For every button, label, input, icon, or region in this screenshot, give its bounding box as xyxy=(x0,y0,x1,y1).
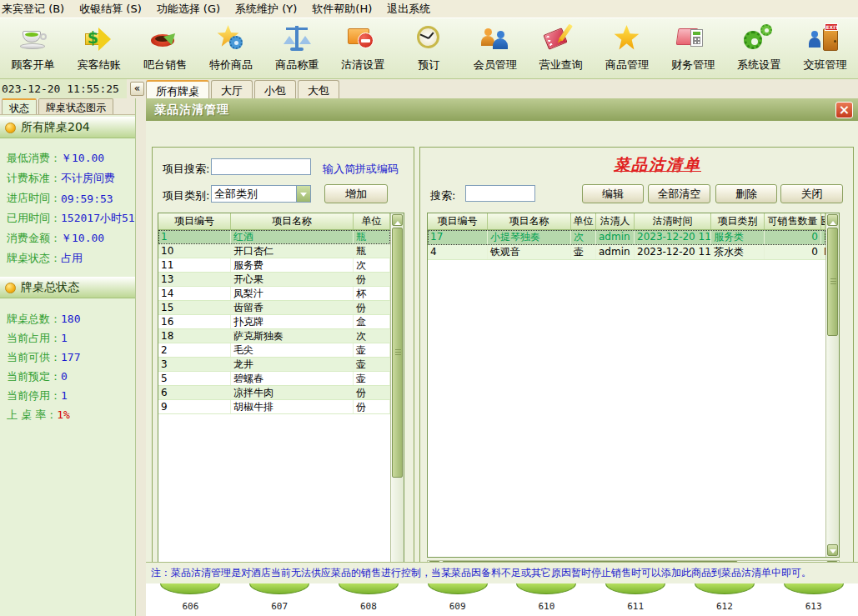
vertical-scrollbar[interactable] xyxy=(825,213,839,557)
toolbar-button[interactable]: 商品称重 xyxy=(264,18,330,78)
column-header[interactable]: 沽清时间 xyxy=(635,213,711,229)
toolbar-button-label: 商品管理 xyxy=(605,58,649,73)
scrollbar-thumb[interactable] xyxy=(392,228,403,478)
soldout-table: 项目编号项目名称单位沽清人沽清时间项目类别可销售数量退 17 小提琴独奏 次 a… xyxy=(427,213,840,558)
category-select[interactable]: 全部类别 xyxy=(211,185,311,203)
toolbar-button[interactable]: 交班管理 xyxy=(792,18,858,78)
table-tile[interactable]: 612 xyxy=(680,583,770,616)
edit-button[interactable]: 编辑 xyxy=(582,184,644,203)
column-header[interactable]: 单位 xyxy=(571,213,596,229)
clear-all-button[interactable]: 全部清空 xyxy=(648,184,710,203)
item-row[interactable]: 14 凤梨汁 杯 xyxy=(158,287,390,301)
vertical-scrollbar[interactable] xyxy=(390,213,404,576)
soldout-unit: 次 xyxy=(571,230,596,244)
item-unit: 次 xyxy=(354,329,390,343)
item-row[interactable]: 16 扑克牌 盒 xyxy=(158,315,390,329)
toolbar-button[interactable]: 特价商品 xyxy=(198,18,263,78)
toolbar-button[interactable]: 系统设置 xyxy=(726,18,792,78)
scroll-up-icon[interactable] xyxy=(827,214,838,226)
table-tile[interactable]: 607 xyxy=(235,583,324,616)
item-row[interactable]: 2 毛尖 壶 xyxy=(158,343,390,358)
menu-item[interactable]: 退出系统 xyxy=(379,0,438,18)
sidebar-tab[interactable]: 牌桌状态图示 xyxy=(38,98,113,114)
item-row[interactable]: 3 龙井 壶 xyxy=(158,358,390,372)
area-tab[interactable]: 大包 xyxy=(298,80,339,98)
soldout-row[interactable]: 17 小提琴独奏 次 admin 2023-12-20 11:5 服务类 0 N xyxy=(428,230,825,245)
soldout-row[interactable]: 4 铁观音 壶 admin 2023-12-20 11:5 茶水类 0 N xyxy=(428,245,825,260)
column-header[interactable]: 单位 xyxy=(354,213,390,229)
item-row[interactable]: 10 开口杏仁 瓶 xyxy=(158,244,390,258)
menu-item[interactable]: 功能选择 (G) xyxy=(149,0,228,18)
area-tab[interactable]: 小包 xyxy=(254,80,296,98)
menu-item[interactable]: 系统维护 (Y) xyxy=(228,0,304,18)
table-icon xyxy=(695,583,755,594)
item-id: 13 xyxy=(158,273,231,286)
collapse-sidebar-button[interactable]: « xyxy=(130,82,144,96)
toolbar-button[interactable]: 营业查询 xyxy=(528,18,594,78)
toolbar-button[interactable]: 宾客结账 xyxy=(66,18,132,78)
soldout-category: 茶水类 xyxy=(711,245,765,259)
column-header[interactable]: 项目名称 xyxy=(488,213,571,229)
soldout-search-input[interactable] xyxy=(465,185,535,202)
item-id: 16 xyxy=(158,315,231,328)
finance-icon xyxy=(675,22,710,57)
toolbar-button[interactable]: 顾客开单 xyxy=(0,18,66,78)
table-tile[interactable]: 611 xyxy=(591,583,680,616)
table-tile[interactable]: 613 xyxy=(769,583,858,616)
item-unit: 份 xyxy=(354,386,390,399)
column-header[interactable]: 可销售数量 xyxy=(765,213,821,229)
scroll-down-icon[interactable] xyxy=(827,544,838,556)
column-header[interactable]: 项目编号 xyxy=(158,213,231,229)
item-name: 碧螺春 xyxy=(231,372,354,385)
toolbar-button[interactable]: 会员管理 xyxy=(462,18,528,78)
add-button[interactable]: 增加 xyxy=(324,184,388,203)
toolbar-button[interactable]: 预订 xyxy=(396,18,462,78)
item-table: 项目编号项目名称单位 1 红酒 瓶 10 xyxy=(158,213,404,577)
area-tabs: 所有牌桌大厅小包大包 xyxy=(146,80,341,98)
dialog-titlebar[interactable]: 菜品沽清管理 xyxy=(146,98,858,121)
scroll-up-icon[interactable] xyxy=(392,214,403,226)
item-row[interactable]: 5 碧螺春 壶 xyxy=(158,372,390,386)
coffee-cup-icon xyxy=(148,22,183,57)
toolbar-button[interactable]: 财务管理 xyxy=(660,18,726,78)
table-tile[interactable]: 610 xyxy=(502,583,591,616)
menu-item[interactable]: 来宾登记 (B) xyxy=(0,0,72,18)
table-tile[interactable]: 608 xyxy=(324,583,414,616)
column-header[interactable]: 项目编号 xyxy=(428,213,488,229)
status-field: 当前占用： 1 xyxy=(0,328,135,348)
item-row[interactable]: 15 齿留香 份 xyxy=(158,301,390,315)
item-id: 14 xyxy=(158,287,231,300)
soldout-qty: 0 xyxy=(765,245,821,259)
column-header[interactable]: 项目名称 xyxy=(231,213,354,229)
item-row[interactable]: 6 凉拌牛肉 份 xyxy=(158,386,390,400)
toolbar-button[interactable]: 商品管理 xyxy=(594,18,660,78)
field-value: ￥10.00 xyxy=(61,231,104,246)
area-tab[interactable]: 大厅 xyxy=(211,80,253,98)
item-row[interactable]: 1 红酒 瓶 xyxy=(158,230,390,244)
menu-item[interactable]: 软件帮助(H) xyxy=(304,0,379,18)
item-id: 6 xyxy=(158,386,231,399)
item-search-input[interactable] xyxy=(211,158,311,175)
field-label: 当前占用： xyxy=(7,331,61,346)
item-row[interactable]: 13 开心果 份 xyxy=(158,273,390,287)
chevron-down-icon[interactable] xyxy=(296,186,310,202)
column-header[interactable]: 项目类别 xyxy=(711,213,765,229)
toolbar-button[interactable]: 吧台销售 xyxy=(132,18,198,78)
area-tab[interactable]: 所有牌桌 xyxy=(146,80,209,98)
delete-button[interactable]: 删除 xyxy=(715,184,777,203)
table-tile[interactable]: 609 xyxy=(413,583,502,616)
column-header[interactable]: 沽清人 xyxy=(596,213,635,229)
close-icon[interactable] xyxy=(835,102,853,118)
toolbar-button[interactable]: 沽清设置 xyxy=(330,18,396,78)
field-label: 上 桌 率： xyxy=(7,408,57,423)
item-row[interactable]: 18 萨克斯独奏 次 xyxy=(158,329,390,343)
item-row[interactable]: 9 胡椒牛排 份 xyxy=(158,400,390,414)
scrollbar-thumb[interactable] xyxy=(827,228,838,336)
menu-item[interactable]: 收银结算 (S) xyxy=(72,0,149,18)
table-number: 610 xyxy=(538,601,554,612)
table-tile[interactable]: 606 xyxy=(146,583,235,616)
field-value: 1 xyxy=(61,332,68,344)
sidebar-tab[interactable]: 状态 xyxy=(2,98,37,114)
close-button[interactable]: 关闭 xyxy=(780,184,843,203)
item-row[interactable]: 11 服务费 次 xyxy=(158,258,390,273)
